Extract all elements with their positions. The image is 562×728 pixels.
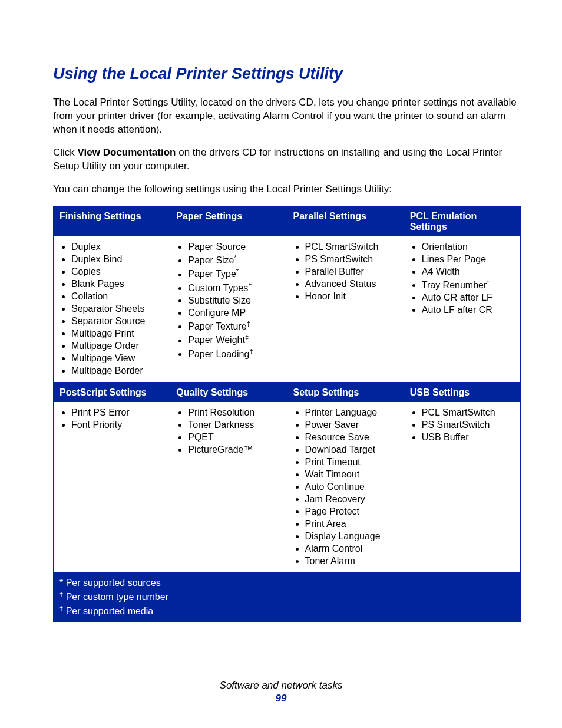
list-item-text: Lines Per Page (422, 254, 486, 264)
list-item: PCL SmartSwitch (305, 241, 399, 253)
list-item-text: Multipage Border (71, 365, 143, 375)
list-item: Toner Alarm (305, 555, 399, 568)
list-item-text: Custom Types (188, 283, 248, 293)
list-item: Download Target (305, 444, 399, 456)
footnotes-cell: * Per supported sources † Per custom typ… (54, 572, 521, 622)
fn1-mark: * (59, 578, 63, 588)
list-item-text: PictureGrade™ (188, 444, 253, 454)
list-item: Configure MP (188, 307, 282, 319)
td-finishing: DuplexDuplex BindCopiesBlank PagesCollat… (54, 236, 170, 382)
list-item-text: Blank Pages (71, 279, 124, 289)
list-item: Paper Type* (188, 267, 282, 281)
list-item-text: Auto LF after CR (422, 305, 492, 315)
list-item: Copies (71, 266, 165, 278)
td-setup: Printer LanguagePower SaverResource Save… (287, 401, 404, 572)
list-item: Separator Source (71, 315, 165, 328)
list-item: Custom Types† (188, 281, 282, 294)
list-item-text: PCL SmartSwitch (422, 407, 495, 417)
list-item-text: Print PS Error (71, 407, 130, 417)
list-item: A4 Width (422, 266, 515, 278)
list-item-text: Multipage Order (71, 341, 139, 351)
list-item: Jam Recovery (305, 493, 399, 506)
paragraph-intro: The Local Printer Settings Utility, loca… (53, 96, 521, 137)
list-item: Resource Save (305, 431, 399, 444)
footnote-2: † Per custom type number (59, 589, 514, 604)
list-item: Auto CR after LF (422, 292, 515, 304)
list-item: Tray Renumber* (422, 278, 515, 292)
list-item-text: Paper Type (188, 269, 236, 279)
footnote-mark-icon: * (487, 279, 489, 286)
list-item-text: Orientation (422, 242, 468, 252)
list-item-text: Display Language (305, 531, 381, 541)
footnote-mark-icon: † (248, 282, 252, 289)
list-item: Orientation (422, 241, 515, 253)
list-item: Honor Init (305, 291, 399, 303)
footnote-3: ‡ Per supported media (59, 604, 514, 618)
list-item-text: Auto Continue (305, 482, 365, 492)
list-item-text: Alarm Control (305, 543, 363, 554)
list-item: Multipage Print (71, 328, 165, 340)
list-item: Collation (71, 291, 165, 303)
page-footer: Software and network tasks 99 (0, 680, 562, 704)
list-item-text: Configure MP (188, 308, 246, 318)
th-parallel: Parallel Settings (287, 206, 404, 236)
list-item-text: Paper Weight (188, 335, 245, 345)
list-item-text: Tray Renumber (422, 280, 487, 290)
list-item: Advanced Status (305, 278, 399, 291)
footer-section: Software and network tasks (0, 680, 562, 691)
list-item-text: PS SmartSwitch (422, 420, 490, 430)
list-item-text: Page Protect (305, 506, 360, 516)
list-item-text: Print Area (305, 519, 346, 529)
list-item: USB Buffer (422, 431, 515, 444)
td-postscript: Print PS ErrorFont Priority (54, 401, 170, 572)
list-item: Printer Language (305, 407, 399, 419)
list-item-text: Paper Loading (188, 349, 249, 359)
paragraph-instructions: Click View Documentation on the drivers … (53, 146, 521, 173)
list-item-text: Copies (71, 266, 101, 276)
td-quality: Print ResolutionToner DarknessPQETPictur… (170, 401, 287, 572)
list-item: Auto Continue (305, 481, 399, 493)
list-item-text: PS SmartSwitch (305, 254, 373, 264)
footnote-mark-icon: ‡ (245, 334, 249, 341)
list-item-text: Print Timeout (305, 457, 361, 467)
paragraph-lead: You can change the following settings us… (53, 183, 521, 196)
list-item: PQET (188, 431, 282, 444)
th-finishing: Finishing Settings (54, 206, 170, 236)
th-paper: Paper Settings (170, 206, 287, 236)
th-postscript: PostScript Settings (54, 382, 170, 401)
page-title: Using the Local Printer Settings Utility (53, 65, 521, 83)
list-item-text: Duplex (71, 242, 101, 252)
list-item-text: Duplex Bind (71, 254, 122, 264)
list-item: Multipage Order (71, 340, 165, 353)
fn3-mark: ‡ (59, 605, 63, 612)
list-item-text: Download Target (305, 444, 376, 454)
list-item-text: Resource Save (305, 432, 369, 442)
td-pcl: OrientationLines Per PageA4 WidthTray Re… (404, 236, 520, 382)
list-item: Separator Sheets (71, 303, 165, 315)
list-item-text: Auto CR after LF (422, 292, 492, 302)
list-item: Blank Pages (71, 278, 165, 291)
list-item: Lines Per Page (422, 253, 515, 266)
fn3-text: Per supported media (66, 606, 154, 616)
list-item-text: A4 Width (422, 266, 460, 276)
list-item-text: Jam Recovery (305, 494, 365, 504)
list-item-text: Separator Sheets (71, 304, 145, 314)
list-item: PS SmartSwitch (305, 253, 399, 266)
list-item: Multipage View (71, 353, 165, 365)
list-item: Paper Weight‡ (188, 333, 282, 347)
list-item: Print Resolution (188, 407, 282, 419)
td-parallel: PCL SmartSwitchPS SmartSwitchParallel Bu… (287, 236, 404, 382)
list-item: Font Priority (71, 419, 165, 431)
list-item-text: Separator Source (71, 316, 145, 326)
list-item: Power Saver (305, 419, 399, 431)
list-item-text: Parallel Buffer (305, 266, 364, 276)
p2-bold: View Documentation (78, 147, 176, 158)
list-item: Substitute Size (188, 295, 282, 307)
list-item-text: Toner Darkness (188, 420, 254, 430)
list-item: Auto LF after CR (422, 304, 515, 317)
list-item-text: Wait Timeout (305, 469, 360, 479)
list-item-text: Toner Alarm (305, 556, 355, 566)
th-setup: Setup Settings (287, 382, 404, 401)
footnote-mark-icon: ‡ (249, 348, 253, 355)
fn1-text: Per supported sources (66, 578, 161, 588)
